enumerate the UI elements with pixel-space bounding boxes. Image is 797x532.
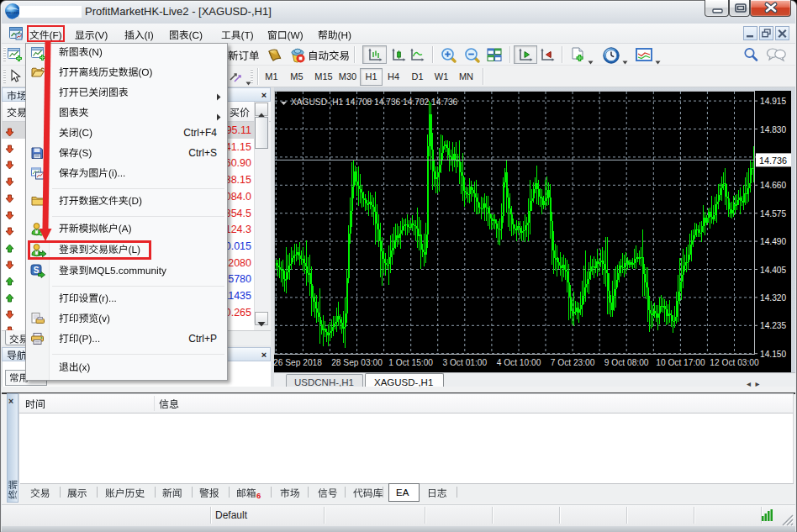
- svg-text:14.575: 14.575: [760, 209, 786, 219]
- svg-text:14.405: 14.405: [760, 266, 786, 275]
- svg-text:1 Oct 15:00: 1 Oct 15:00: [388, 358, 433, 367]
- svg-text:7 Oct 23:00: 7 Oct 23:00: [551, 358, 595, 367]
- svg-text:14.235: 14.235: [760, 321, 786, 330]
- svg-text:14.736: 14.736: [759, 155, 787, 166]
- svg-text:4 Oct 10:00: 4 Oct 10:00: [497, 358, 541, 367]
- svg-text:3 Oct 01:00: 3 Oct 01:00: [442, 358, 487, 367]
- svg-text:14.915: 14.915: [760, 97, 786, 106]
- svg-text:XAGUSD-,H1 14.708 14.736 14.70: XAGUSD-,H1 14.708 14.736 14.702 14.736: [291, 97, 458, 107]
- svg-text:12 Oct 03:00: 12 Oct 03:00: [710, 358, 759, 367]
- svg-text:PROFIT: PROFIT: [6, 11, 19, 15]
- svg-text:14.320: 14.320: [760, 293, 786, 303]
- svg-text:10 Oct 17:00: 10 Oct 17:00: [656, 358, 705, 367]
- svg-text:14.660: 14.660: [760, 181, 786, 190]
- svg-text:14.150: 14.150: [760, 350, 786, 359]
- svg-text:9 Oct 08:00: 9 Oct 08:00: [604, 358, 649, 367]
- svg-text:14.830: 14.830: [760, 125, 786, 134]
- svg-text:28 Sep 03:00: 28 Sep 03:00: [331, 358, 383, 367]
- svg-text:26 Sep 2018: 26 Sep 2018: [274, 358, 322, 367]
- svg-text:14.490: 14.490: [760, 237, 786, 246]
